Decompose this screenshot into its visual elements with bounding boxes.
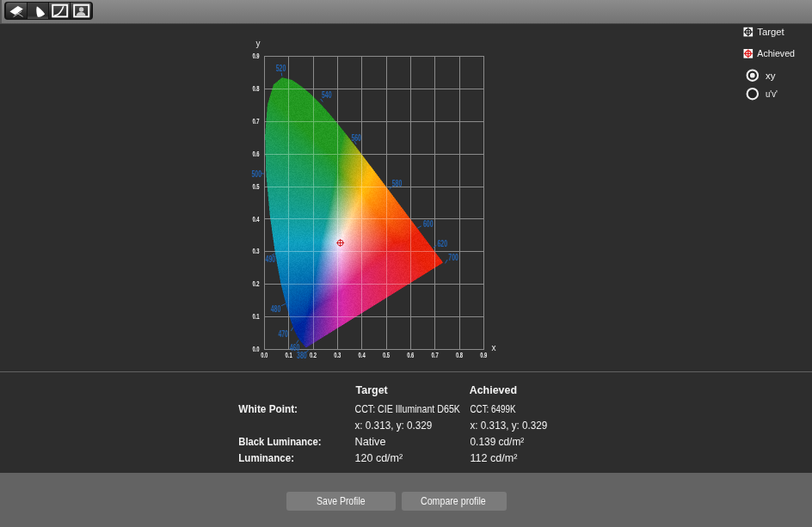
- svg-text:0.3: 0.3: [252, 247, 259, 255]
- svg-text:White Point:: White Point:: [238, 402, 298, 415]
- svg-text:0.6: 0.6: [407, 351, 414, 359]
- svg-text:Luminance:: Luminance:: [238, 451, 294, 464]
- svg-text:0.5: 0.5: [252, 182, 259, 191]
- svg-text:x: x: [492, 343, 496, 352]
- svg-text:u'v': u'v': [766, 89, 778, 99]
- svg-text:0.0: 0.0: [261, 351, 268, 359]
- svg-text:0.7: 0.7: [432, 351, 439, 359]
- svg-text:0.5: 0.5: [383, 351, 390, 359]
- svg-text:0.2: 0.2: [252, 279, 259, 288]
- svg-text:500: 500: [252, 169, 262, 179]
- svg-text:x: 0.313, y: 0.329: x: 0.313, y: 0.329: [471, 419, 548, 432]
- svg-text:0.6: 0.6: [252, 150, 259, 158]
- svg-text:0.4: 0.4: [359, 351, 366, 359]
- svg-text:0.4: 0.4: [252, 215, 259, 224]
- svg-text:xy: xy: [766, 70, 776, 81]
- svg-text:112 cd/m²: 112 cd/m²: [471, 451, 519, 464]
- svg-text:120 cd/m²: 120 cd/m²: [355, 451, 403, 464]
- svg-text:Black Luminance:: Black Luminance:: [238, 435, 321, 448]
- svg-text:Native: Native: [355, 435, 386, 448]
- svg-text:CCT: 6499K: CCT: 6499K: [471, 402, 516, 415]
- svg-text:0.9: 0.9: [480, 351, 487, 359]
- svg-text:0.1: 0.1: [252, 312, 259, 321]
- svg-text:0.7: 0.7: [252, 117, 259, 126]
- svg-text:380: 380: [297, 350, 307, 360]
- svg-text:0.3: 0.3: [334, 351, 341, 359]
- svg-text:Target: Target: [356, 383, 389, 396]
- svg-text:0.1: 0.1: [286, 351, 292, 359]
- svg-text:0.139 cd/m²: 0.139 cd/m²: [471, 435, 525, 448]
- svg-text:x: 0.313, y: 0.329: x: 0.313, y: 0.329: [355, 419, 433, 432]
- svg-text:0.2: 0.2: [310, 351, 317, 359]
- svg-text:Achieved: Achieved: [757, 48, 795, 58]
- svg-text:0.9: 0.9: [252, 52, 259, 60]
- svg-text:CCT: CIE Illuminant D65K: CCT: CIE Illuminant D65K: [355, 402, 461, 415]
- svg-text:0.8: 0.8: [252, 84, 259, 93]
- svg-text:Target: Target: [757, 27, 784, 37]
- svg-text:y: y: [256, 39, 261, 48]
- svg-text:0.0: 0.0: [252, 345, 259, 353]
- svg-text:0.8: 0.8: [456, 351, 463, 359]
- svg-text:Achieved: Achieved: [470, 383, 517, 396]
